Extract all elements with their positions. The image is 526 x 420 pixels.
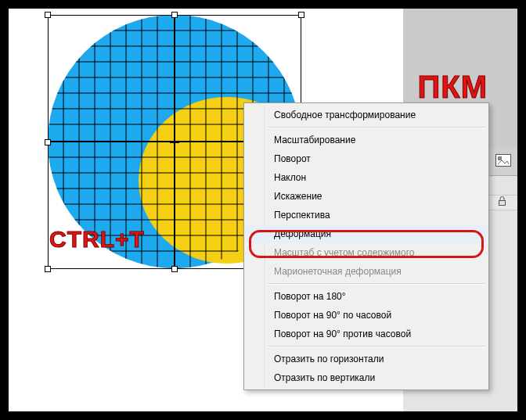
menu-flip-horizontal[interactable]: Отразить по горизонтали xyxy=(246,350,487,368)
menu-content-aware-scale: Масштаб с учетом содержимого xyxy=(246,243,487,262)
menu-separator xyxy=(268,346,485,347)
menu-rotate-90-ccw[interactable]: Поворот на 90° против часовой xyxy=(246,325,487,343)
menu-rotate-90-cw[interactable]: Поворот на 90° по часовой xyxy=(246,306,487,325)
menu-warp[interactable]: Деформация xyxy=(246,224,487,243)
menu-rotate-180[interactable]: Поворот на 180° xyxy=(246,287,487,306)
menu-puppet-warp: Марионеточная деформация xyxy=(246,262,487,281)
image-icon[interactable] xyxy=(495,154,511,170)
handle-bot-mid[interactable] xyxy=(171,266,178,272)
menu-scale[interactable]: Масштабирование xyxy=(246,131,487,149)
menu-flip-vertical[interactable]: Отразить по вертикали xyxy=(246,368,487,387)
svg-rect-1 xyxy=(498,156,502,160)
handle-top-mid[interactable] xyxy=(171,12,178,18)
app-frame: for_Liquify_ xyxy=(9,9,517,411)
transform-context-menu: Свободное трансформирование Масштабирова… xyxy=(243,102,489,390)
annotation-pkm: ПКМ xyxy=(418,70,488,105)
annotation-ctrl: CTRL+T xyxy=(49,226,145,253)
menu-skew[interactable]: Наклон xyxy=(246,168,487,187)
menu-free-transform[interactable]: Свободное трансформирование xyxy=(246,106,487,124)
menu-separator xyxy=(268,127,485,128)
transform-center[interactable] xyxy=(170,138,179,147)
lock-icon[interactable] xyxy=(498,196,506,210)
handle-mid-left[interactable] xyxy=(45,139,51,145)
handle-bot-left[interactable] xyxy=(45,266,51,272)
menu-rotate[interactable]: Поворот xyxy=(246,149,487,168)
menu-distort[interactable]: Искажение xyxy=(246,187,487,206)
svg-rect-2 xyxy=(499,201,506,206)
menu-perspective[interactable]: Перспектива xyxy=(246,206,487,224)
menu-separator xyxy=(268,283,485,285)
handle-top-right[interactable] xyxy=(298,12,304,18)
handle-top-left[interactable] xyxy=(45,12,51,18)
